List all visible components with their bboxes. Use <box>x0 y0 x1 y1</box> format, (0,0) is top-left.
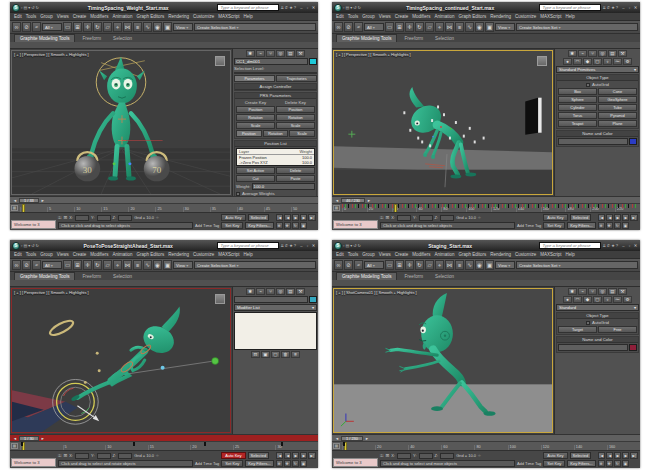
ribbon-tab-freeform[interactable]: Freeform <box>399 35 428 42</box>
select-move-icon[interactable]: ✛ <box>405 22 414 32</box>
app-logo-icon[interactable]: S <box>12 4 20 12</box>
menu-item[interactable]: Customize <box>193 14 214 19</box>
open-mini-curve-editor-icon[interactable]: ▤ <box>11 205 18 211</box>
menu-item[interactable]: Rendering <box>168 252 189 257</box>
motion-panel-tab[interactable]: ◎ <box>598 50 607 57</box>
maximize-viewport-icon[interactable]: ▣ <box>300 460 307 467</box>
y-coordinate-field[interactable] <box>97 453 111 459</box>
favorites-icon[interactable]: ★ <box>289 5 293 10</box>
assign-controller-rollout[interactable]: Assign Controller <box>235 84 316 90</box>
trajectories-tab[interactable]: Trajectories <box>276 75 317 82</box>
reference-coordinate-dropdown[interactable]: View ▾ <box>173 261 193 269</box>
redo-icon[interactable]: ↻ <box>358 3 361 12</box>
x-coordinate-field[interactable] <box>75 215 89 221</box>
menu-item[interactable]: Modifiers <box>90 252 108 257</box>
selection-filter-dropdown[interactable]: All ▾ <box>42 261 62 269</box>
menu-item[interactable]: Create <box>73 252 87 257</box>
key-filters-button[interactable]: Key Filters... <box>245 222 273 229</box>
unlink-selection-icon[interactable]: ⊘ <box>22 260 31 270</box>
modify-panel-tab[interactable]: ⌁ <box>256 288 265 295</box>
bind-to-spacewarp-icon[interactable]: ≈ <box>32 22 41 32</box>
next-frame-button[interactable]: ▶ <box>622 214 629 221</box>
set-key-button[interactable]: Set Key <box>543 222 565 229</box>
new-scene-icon[interactable]: ▫ <box>343 3 344 12</box>
modify-panel-tab[interactable]: ⌁ <box>256 50 265 57</box>
menu-item[interactable]: MAXScript <box>218 252 239 257</box>
next-frame-button[interactable]: ▶ <box>300 214 307 221</box>
select-by-name-icon[interactable]: ⊞ <box>73 260 82 270</box>
motion-panel-tab[interactable]: ◎ <box>276 50 285 57</box>
viewport[interactable]: [ + ] [ Perspective ] [ Smooth + Highlig… <box>11 288 231 433</box>
spacewarps-category-icon[interactable]: 〜 <box>613 296 622 303</box>
absolute-mode-icon[interactable]: ⊞ <box>63 215 67 220</box>
orbit-tool-icon[interactable]: ↻ <box>614 222 621 229</box>
minimize-button[interactable]: – <box>621 5 626 10</box>
create-panel-tab[interactable]: ✱ <box>568 288 577 295</box>
menu-item[interactable]: MAXScript <box>540 252 561 257</box>
select-rotate-icon[interactable]: ↻ <box>415 260 424 270</box>
maximize-button[interactable]: ▫ <box>627 243 632 248</box>
object-color-swatch[interactable] <box>629 138 637 145</box>
cameras-category-icon[interactable]: ▢ <box>593 58 602 65</box>
zoom-tool-icon[interactable]: ⊕ <box>598 460 605 467</box>
snap-toggle-icon[interactable]: ⌖ <box>113 260 122 270</box>
help-icon[interactable]: ? <box>616 5 618 10</box>
communication-icon[interactable]: ✆ <box>285 243 288 248</box>
search-input[interactable] <box>217 242 279 249</box>
minimize-button[interactable]: – <box>621 243 626 248</box>
ribbon-tab-graphite[interactable]: Graphite Modeling Tools <box>14 272 75 280</box>
set-key-button[interactable]: Set Key <box>543 460 565 467</box>
previous-frame-button[interactable]: ◀ <box>284 452 291 459</box>
bind-to-spacewarp-icon[interactable]: ≈ <box>32 260 41 270</box>
align-icon[interactable]: ≡ <box>455 260 464 270</box>
select-and-link-icon[interactable]: ∞ <box>334 22 343 32</box>
menu-item[interactable]: MAXScript <box>540 14 561 19</box>
auto-key-button[interactable]: Auto Key <box>543 214 567 221</box>
hierarchy-panel-tab[interactable]: ⑂ <box>266 50 275 57</box>
create-panel-tab[interactable]: ✱ <box>246 50 255 57</box>
keyframe-marker[interactable] <box>343 442 345 446</box>
orbit-tool-icon[interactable]: ↻ <box>292 460 299 467</box>
add-time-tag[interactable]: Add Time Tag <box>195 223 219 228</box>
x-coordinate-field[interactable] <box>397 215 411 221</box>
zoom-tool-icon[interactable]: ⊕ <box>276 460 283 467</box>
x-coordinate-field[interactable] <box>75 453 89 459</box>
go-to-end-button[interactable]: ▶| <box>308 452 316 459</box>
menu-item[interactable]: Animation <box>113 14 133 19</box>
go-to-end-button[interactable]: ▶| <box>630 214 638 221</box>
y-coordinate-field[interactable] <box>419 215 433 221</box>
z-coordinate-field[interactable] <box>440 453 454 459</box>
named-selection-set-dropdown[interactable]: Create Selection Set ▾ <box>516 23 638 31</box>
position-button[interactable]: Position <box>236 130 262 137</box>
absolute-mode-icon[interactable]: ⊞ <box>63 453 67 458</box>
go-to-start-button[interactable]: |◀ <box>598 452 606 459</box>
menu-item[interactable]: Modifiers <box>412 14 430 19</box>
menu-item[interactable]: Edit <box>14 252 22 257</box>
object-color-swatch[interactable] <box>309 58 317 65</box>
menu-item[interactable]: Help <box>566 14 575 19</box>
display-panel-tab[interactable]: ▤ <box>608 288 617 295</box>
menu-item[interactable]: Graph Editors <box>137 14 165 19</box>
help-icon[interactable]: ? <box>616 243 618 248</box>
motion-panel-tab[interactable]: ◎ <box>276 288 285 295</box>
scale-button[interactable]: Scale <box>289 130 315 137</box>
helpers-category-icon[interactable]: ⌖ <box>603 296 612 303</box>
curve-editor-icon[interactable]: ∿ <box>143 22 152 32</box>
utilities-panel-tab[interactable]: ⚒ <box>618 50 627 57</box>
save-file-icon[interactable]: ▾ <box>350 241 352 250</box>
select-object-icon[interactable]: ▭ <box>63 22 72 32</box>
keyframe-marker[interactable] <box>21 442 23 446</box>
primitive-button[interactable]: Pyramid <box>598 112 637 119</box>
create-key-scale-button[interactable]: Scale <box>236 122 275 129</box>
primitive-button[interactable]: Tube <box>598 104 637 111</box>
menu-item[interactable]: Graph Editors <box>137 252 165 257</box>
render-setup-icon[interactable]: ▣ <box>163 22 172 32</box>
display-panel-tab[interactable]: ▤ <box>608 50 617 57</box>
selection-lock-icon[interactable]: ⚿ <box>380 453 383 458</box>
minimize-button[interactable]: – <box>299 5 304 10</box>
communication-icon[interactable]: ✆ <box>607 5 610 10</box>
reference-coordinate-dropdown[interactable]: View ▾ <box>173 23 193 31</box>
curve-editor-icon[interactable]: ∿ <box>465 260 474 270</box>
subobject-button[interactable]: Sub-Object <box>234 72 317 74</box>
menu-item[interactable]: Group <box>362 252 375 257</box>
